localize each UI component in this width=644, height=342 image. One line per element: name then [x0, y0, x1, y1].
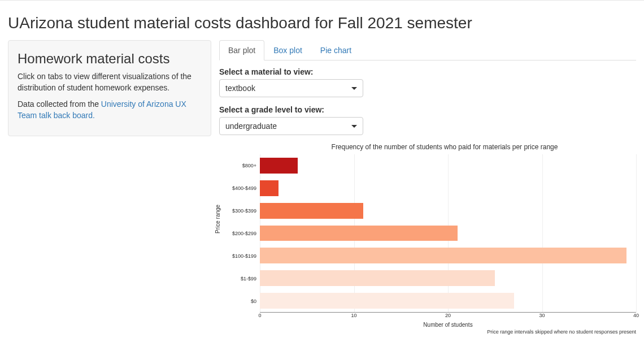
- chart-x-axis-label: Number of students: [260, 322, 636, 328]
- tab-bar-plot[interactable]: Bar plot: [219, 40, 264, 60]
- main-panel: Bar plot Box plot Pie chart Select a mat…: [219, 40, 636, 335]
- chart-bar: [260, 158, 298, 174]
- tab-pie-chart[interactable]: Pie chart: [311, 40, 360, 60]
- grade-select-value: undergraduate: [225, 122, 277, 131]
- chart-bar-row: [260, 267, 636, 289]
- chart-bar-row: [260, 177, 636, 200]
- chevron-down-icon: [351, 87, 357, 90]
- chart-x-tick: 40: [633, 313, 639, 318]
- chart-x-tick: 10: [351, 313, 356, 318]
- bar-chart: Frequency of the number of students who …: [219, 143, 636, 335]
- sidebar-desc-2-prefix: Data collected from the: [18, 99, 101, 109]
- chart-bar-row: [260, 200, 636, 222]
- chart-x-tick: 0: [258, 313, 261, 318]
- chart-bar-row: [260, 154, 636, 177]
- sidebar: Homework material costs Click on tabs to…: [8, 40, 211, 335]
- grade-select[interactable]: undergraduate: [219, 117, 363, 135]
- chart-bar: [260, 226, 458, 241]
- chart-bar: [260, 203, 363, 219]
- chart-y-tick: $200-$299: [219, 222, 260, 245]
- page-title: UArizona student material costs dashboar…: [8, 14, 636, 32]
- sidebar-desc-1: Click on tabs to view different visualiz…: [18, 71, 202, 93]
- sidebar-heading: Homework material costs: [18, 51, 202, 67]
- tab-box-plot[interactable]: Box plot: [264, 40, 311, 60]
- grade-select-label: Select a grade level to view:: [219, 105, 636, 114]
- chart-bar-row: [260, 244, 636, 267]
- chart-bar: [260, 248, 626, 263]
- material-select[interactable]: textbook: [219, 79, 363, 97]
- chart-bar: [260, 293, 514, 309]
- chart-y-tick: $0: [219, 290, 260, 313]
- chart-y-tick: $100-$199: [219, 245, 260, 267]
- material-select-value: textbook: [225, 84, 255, 93]
- viz-tabs: Bar plot Box plot Pie chart: [219, 40, 636, 60]
- chart-gridline: [636, 154, 637, 312]
- chart-y-tick: $300-$399: [219, 200, 260, 222]
- chart-bar-row: [260, 289, 636, 312]
- chart-x-tick: 30: [539, 313, 545, 318]
- chevron-down-icon: [351, 125, 357, 128]
- chart-bar: [260, 270, 495, 286]
- sidebar-desc-2: Data collected from the University of Ar…: [18, 99, 202, 121]
- chart-x-tick: 20: [445, 313, 451, 318]
- chart-footnote: Price range intervals skipped where no s…: [219, 329, 636, 335]
- chart-bar: [260, 180, 279, 196]
- material-select-label: Select a material to view:: [219, 67, 636, 76]
- chart-y-tick: $400-$499: [219, 177, 260, 200]
- chart-y-tick: $800+: [219, 154, 260, 177]
- chart-y-tick: $1-$99: [219, 267, 260, 290]
- sidebar-well: Homework material costs Click on tabs to…: [8, 40, 211, 136]
- chart-bar-row: [260, 222, 636, 245]
- chart-title: Frequency of the number of students who …: [253, 143, 636, 151]
- chart-y-axis-label: Price range: [215, 205, 221, 233]
